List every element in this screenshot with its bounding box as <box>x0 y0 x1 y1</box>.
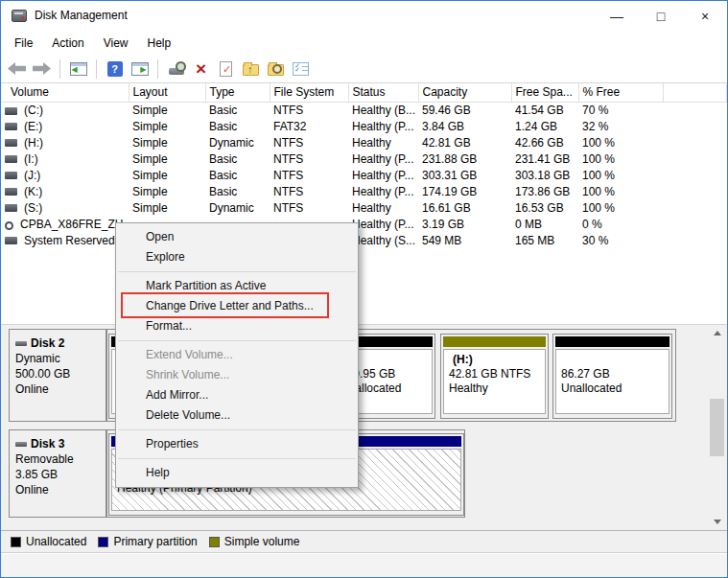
scroll-up-icon[interactable] <box>709 325 725 341</box>
maximize-button[interactable]: □ <box>639 1 683 31</box>
menu-bar: File Action View Help <box>1 31 727 55</box>
menu-item-format[interactable]: Format... <box>116 316 358 336</box>
volume-row-system-reserved[interactable]: System Reserved Healthy (S... 549 MB 165… <box>1 232 727 248</box>
drive-icon <box>5 123 17 130</box>
cell-status: Healthy (B... <box>348 102 418 118</box>
scrollbar-thumb[interactable] <box>710 399 724 456</box>
menu-item-delete-volume[interactable]: Delete Volume... <box>116 405 358 426</box>
partition-color-band <box>555 336 669 347</box>
forward-icon[interactable] <box>32 59 52 79</box>
cell-pct: 100 % <box>578 183 663 199</box>
cell-fs: FAT32 <box>270 118 348 134</box>
close-button[interactable]: × <box>683 1 727 31</box>
volume-row-i[interactable]: (I:) Simple Basic NTFS Healthy (P... 231… <box>1 150 727 167</box>
folder-up-icon[interactable] <box>241 59 261 79</box>
col-layout[interactable]: Layout <box>129 83 205 102</box>
menu-item-help[interactable]: Help <box>116 463 358 483</box>
cell-capacity: 549 MB <box>418 232 511 248</box>
cell-free: 41.54 GB <box>511 102 578 118</box>
cell-free: 16.53 GB <box>511 199 578 216</box>
col-free-space[interactable]: Free Spa... <box>511 83 578 102</box>
cell-pct: 100 % <box>578 199 663 216</box>
partition-name: (H:) <box>449 353 545 367</box>
back-icon[interactable] <box>7 59 27 79</box>
cell-free: 173.86 GB <box>511 183 578 199</box>
vertical-scrollbar[interactable] <box>709 325 725 530</box>
disk2-unallocated-2[interactable]: 86.27 GB Unallocated <box>552 334 672 419</box>
volume-name: (I:) <box>24 152 38 166</box>
cell-fs: NTFS <box>270 167 348 183</box>
disk-name: Disk 2 <box>31 336 64 350</box>
toolbar-separator <box>96 59 97 79</box>
menu-help[interactable]: Help <box>138 34 181 53</box>
volume-row-c[interactable]: (C:) Simple Basic NTFS Healthy (B... 59.… <box>1 102 727 118</box>
disk2-label[interactable]: Disk 2 Dynamic 500.00 GB Online <box>9 329 106 422</box>
menu-item-add-mirror[interactable]: Add Mirror... <box>116 385 358 405</box>
delete-icon[interactable]: × <box>191 59 211 79</box>
folder-search-icon[interactable] <box>266 59 286 79</box>
volume-name: CPBA_X86FRE_ZH <box>20 218 123 231</box>
menu-view[interactable]: View <box>94 34 138 53</box>
cell-pct: 70 % <box>578 102 663 118</box>
col-volume[interactable]: Volume <box>1 83 129 102</box>
cell-free: 165 MB <box>511 232 578 248</box>
cell-type: Dynamic <box>205 199 270 216</box>
volume-row-h[interactable]: (H:) Simple Dynamic NTFS Healthy 42.81 G… <box>1 134 727 150</box>
col-type[interactable]: Type <box>205 83 270 102</box>
help-icon[interactable]: ? <box>105 59 125 79</box>
volume-name: (E:) <box>24 120 42 133</box>
volume-row-e[interactable]: (E:) Simple Basic FAT32 Healthy (P... 3.… <box>1 118 727 134</box>
volume-list: Volume Layout Type File System Status Ca… <box>1 83 727 324</box>
cell-type: Basic <box>205 150 270 167</box>
scroll-down-icon[interactable] <box>709 514 725 530</box>
cell-layout: Simple <box>129 167 205 183</box>
drive-icon <box>5 188 17 196</box>
cell-capacity: 174.19 GB <box>418 183 511 199</box>
disk-type: Dynamic <box>15 351 106 366</box>
minimize-button[interactable]: — <box>595 1 639 31</box>
disk-graph-pane: Disk 2 Dynamic 500.00 GB Online 370.95 G… <box>1 324 727 530</box>
disk3-label[interactable]: Disk 3 Removable 3.85 GB Online <box>9 429 106 518</box>
cell-capacity: 16.61 GB <box>418 199 511 216</box>
cell-pct: 100 % <box>578 134 663 150</box>
volume-row-k[interactable]: (K:) Simple Basic NTFS Healthy (P... 174… <box>1 183 727 199</box>
menu-item-explore[interactable]: Explore <box>116 247 358 267</box>
cell-type: Basic <box>205 102 270 118</box>
legend-label: Simple volume <box>224 535 300 548</box>
legend-swatch <box>11 537 21 547</box>
volume-row-s[interactable]: (S:) Simple Dynamic NTFS Healthy 16.61 G… <box>1 199 727 216</box>
volume-name: (J:) <box>24 169 40 182</box>
col-status[interactable]: Status <box>348 83 418 102</box>
menu-item-properties[interactable]: Properties <box>116 434 358 454</box>
cell-fs: NTFS <box>270 183 348 199</box>
menu-file[interactable]: File <box>5 34 42 53</box>
drive-icon <box>5 204 17 212</box>
task-list-icon[interactable] <box>291 59 311 79</box>
col-capacity[interactable]: Capacity <box>418 83 511 102</box>
legend-simple-volume: Simple volume <box>209 535 300 548</box>
list-view-icon[interactable]: ▶ <box>129 59 150 79</box>
menu-action[interactable]: Action <box>42 34 93 53</box>
rescan-disk-icon[interactable] <box>166 59 186 79</box>
toolbar-separator <box>157 59 158 79</box>
cell-type: Basic <box>205 118 270 134</box>
legend-primary-partition: Primary partition <box>98 535 197 548</box>
tree-view-icon[interactable]: ◀ <box>68 59 88 79</box>
menu-separator <box>118 458 356 459</box>
volume-row-cpba[interactable]: CPBA_X86FRE_ZH Healthy (P... 3.19 GB 0 M… <box>1 216 727 232</box>
cell-layout: Simple <box>129 134 205 150</box>
volume-row-j[interactable]: (J:) Simple Basic NTFS Healthy (P... 303… <box>1 167 727 183</box>
commit-check-icon[interactable] <box>216 59 236 79</box>
drive-icon <box>5 237 17 244</box>
legend-label: Primary partition <box>113 535 197 548</box>
disk2-volume-h[interactable]: (H:) 42.81 GB NTFS Healthy <box>440 334 549 419</box>
app-icon <box>12 10 27 22</box>
menu-item-extend-volume: Extend Volume... <box>116 345 358 365</box>
cell-layout: Simple <box>129 183 205 199</box>
menu-item-open[interactable]: Open <box>116 227 358 247</box>
cell-free: 303.18 GB <box>511 167 578 183</box>
col-file-system[interactable]: File System <box>270 83 348 102</box>
drive-icon <box>5 155 17 163</box>
col-pct-free[interactable]: % Free <box>578 83 663 102</box>
cell-layout: Simple <box>129 150 205 167</box>
